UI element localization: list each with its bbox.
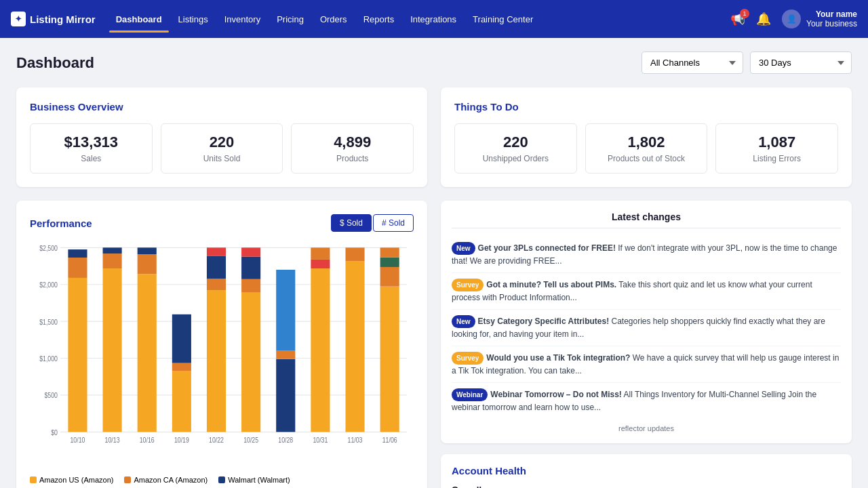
svg-rect-35 [241,257,260,279]
nav-links: DashboardListingsInventoryPricingOrdersR… [109,9,730,30]
svg-text:11/03: 11/03 [348,436,363,445]
legend-item: Walmart (Walmart) [218,476,290,484]
things-to-do-card: Things To Do 220Unshipped Orders1,802Pro… [441,87,852,187]
svg-rect-20 [138,274,157,432]
svg-rect-52 [380,247,399,257]
svg-rect-29 [207,279,226,290]
latest-changes-item[interactable]: NewGet your 3PLs connected for FREE! If … [452,237,841,273]
performance-header: Performance $ Sold # Sold [30,214,414,232]
svg-rect-43 [311,260,330,268]
period-filter[interactable]: 7 Days30 Days90 Days1 Year [750,52,852,74]
svg-rect-18 [103,247,122,253]
svg-rect-30 [207,256,226,279]
performance-chart: $2,500$2,000$1,500$1,000$500$010/1010/13… [30,240,414,470]
svg-rect-26 [172,314,191,363]
svg-rect-46 [345,261,364,432]
svg-rect-17 [103,253,122,268]
latest-changes-item[interactable]: NewEtsy Category Specific Attributes! Ca… [452,310,841,346]
channel-filter[interactable]: All ChannelsAmazon USAmazon CAWalmart [642,52,743,74]
latest-changes-card: Latest changes NewGet your 3PLs connecte… [441,201,852,443]
svg-rect-24 [172,371,191,432]
svg-text:10/19: 10/19 [174,436,189,445]
nav-link-reports[interactable]: Reports [357,9,401,30]
biz-stat-units-sold: 220Units Sold [161,123,283,174]
user-name: Your name [806,9,857,19]
nav-link-training-center[interactable]: Training Center [466,9,540,30]
svg-rect-38 [276,359,295,432]
svg-rect-49 [380,287,399,432]
chart-legend: Amazon US (Amazon)Amazon CA (Amazon)Walm… [30,476,414,484]
navbar: ✦ Listing Mirror DashboardListingsInvent… [0,0,868,38]
page-header: Dashboard All ChannelsAmazon USAmazon CA… [16,52,852,74]
brand-name: Listing Mirror [30,14,96,25]
bottom-section: Performance $ Sold # Sold $2,500$2,000$1… [16,201,852,488]
svg-rect-25 [172,363,191,371]
latest-changes-title: Latest changes [452,211,841,228]
page-title: Dashboard [16,54,94,72]
notifications-button[interactable]: 📢 1 [730,12,745,26]
alerts-button[interactable]: 🔔 [756,12,771,26]
latest-changes-list: NewGet your 3PLs connected for FREE! If … [452,237,841,419]
nav-link-integrations[interactable]: Integrations [403,9,463,30]
svg-rect-34 [241,279,260,293]
nav-link-pricing[interactable]: Pricing [270,9,311,30]
todo-stat-unshipped-orders: 220Unshipped Orders [454,123,577,174]
right-panel: Latest changes NewGet your 3PLs connecte… [441,201,852,488]
svg-rect-13 [68,258,87,278]
svg-text:$500: $500 [44,392,58,400]
sold-count-toggle[interactable]: # Sold [373,214,414,232]
svg-text:$2,000: $2,000 [39,281,58,289]
things-to-do-title: Things To Do [454,101,838,113]
legend-item: Amazon CA (Amazon) [124,476,208,484]
todo-stat-listing-errors: 1,087Listing Errors [715,123,838,174]
nav-link-inventory[interactable]: Inventory [218,9,267,30]
sold-dollars-toggle[interactable]: $ Sold [331,214,372,232]
svg-rect-28 [207,290,226,432]
svg-text:10/10: 10/10 [70,436,85,445]
overall-label: Overall [452,485,841,488]
svg-rect-21 [138,254,157,274]
performance-title: Performance [30,218,92,229]
brand-logo[interactable]: ✦ Listing Mirror [11,12,96,26]
user-business: Your business [806,19,857,28]
svg-rect-22 [138,247,157,254]
account-health-title: Account Health [452,465,841,476]
overview-section: Business Overview $13,313Sales220Units S… [16,87,852,187]
svg-text:10/22: 10/22 [209,436,224,445]
reflector-link[interactable]: reflector updates [452,424,841,432]
svg-text:$2,500: $2,500 [39,244,58,252]
business-overview-card: Business Overview $13,313Sales220Units S… [16,87,427,187]
brand-icon-text: ✦ [15,14,22,24]
svg-text:10/25: 10/25 [243,436,258,445]
svg-rect-36 [241,247,260,256]
latest-changes-item[interactable]: SurveyWould you use a Tik Tok integratio… [452,346,841,383]
svg-rect-40 [276,270,295,351]
things-stats-row: 220Unshipped Orders1,802Products out of … [454,123,838,174]
svg-rect-51 [380,258,399,267]
svg-text:10/31: 10/31 [313,436,328,445]
svg-rect-44 [311,247,330,260]
svg-text:$0: $0 [51,428,58,436]
svg-rect-50 [380,267,399,287]
header-filters: All ChannelsAmazon USAmazon CAWalmart 7 … [642,52,852,74]
nav-link-dashboard[interactable]: Dashboard [109,9,169,30]
biz-stat-products: 4,899Products [291,123,414,174]
user-avatar: 👤 [782,9,801,28]
performance-card: Performance $ Sold # Sold $2,500$2,000$1… [16,201,427,488]
todo-stat-products-out-of-stock: 1,802Products out of Stock [585,123,708,174]
legend-item: Amazon US (Amazon) [30,476,113,484]
svg-rect-16 [103,268,122,432]
nav-link-listings[interactable]: Listings [172,9,215,30]
latest-changes-item[interactable]: WebinarWebinar Tomorrow – Do not Miss! A… [452,383,841,419]
latest-changes-item[interactable]: SurveyGot a minute? Tell us about PIMs. … [452,273,841,310]
business-stats-row: $13,313Sales220Units Sold4,899Products [30,123,414,174]
svg-text:11/06: 11/06 [382,436,397,445]
biz-stat-sales: $13,313Sales [30,123,153,174]
nav-right: 📢 1 🔔 👤 Your name Your business [730,9,857,28]
user-info[interactable]: 👤 Your name Your business [782,9,857,28]
svg-rect-39 [276,351,295,359]
svg-rect-31 [207,247,226,256]
nav-link-orders[interactable]: Orders [313,9,354,30]
svg-rect-47 [345,247,364,261]
svg-text:10/28: 10/28 [278,436,293,445]
